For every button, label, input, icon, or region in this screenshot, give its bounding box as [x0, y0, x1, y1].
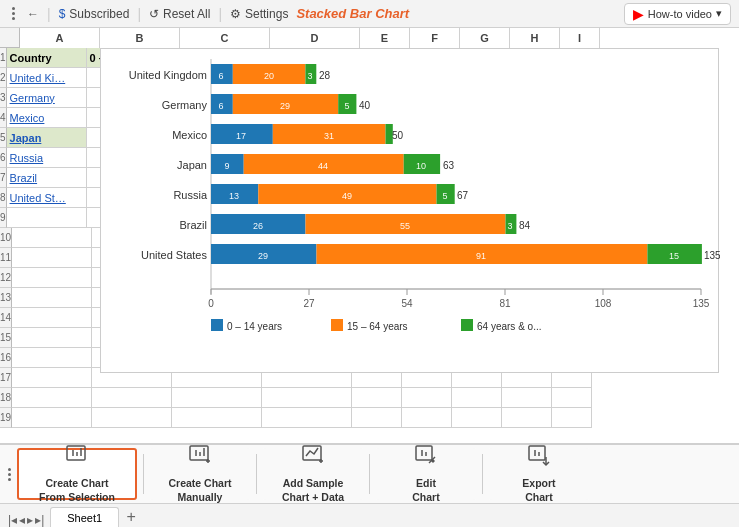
- spreadsheet-layout: A B C D E F G H I 1 Country 0 – 14 years…: [0, 28, 739, 443]
- svg-text:0 – 14 years: 0 – 14 years: [227, 321, 282, 332]
- row-num-19: 19: [0, 408, 12, 428]
- subscribed-label: Subscribed: [69, 7, 129, 21]
- svg-text:55: 55: [400, 221, 410, 231]
- cell-a8[interactable]: United St…: [7, 188, 87, 208]
- svg-text:26: 26: [253, 221, 263, 231]
- cell-a3[interactable]: Germany: [7, 88, 87, 108]
- col-header-d: D: [270, 28, 360, 48]
- sheet-nav-arrows[interactable]: |◂ ◂ ▸ ▸|: [8, 513, 44, 527]
- settings-button[interactable]: ⚙ Settings: [230, 7, 288, 21]
- spreadsheet: ← | $ Subscribed | ↺ Reset All | ⚙ Setti…: [0, 0, 739, 527]
- svg-text:29: 29: [258, 251, 268, 261]
- svg-text:135: 135: [704, 250, 720, 261]
- chart-container: United Kingdom 6 20 3 28 Germany 6 29 5 …: [100, 48, 719, 373]
- svg-text:6: 6: [218, 101, 223, 111]
- bottom-toolbar: Create ChartFrom Selection Create ChartM…: [0, 443, 739, 503]
- row-num-15: 15: [0, 328, 12, 348]
- row-num-16: 16: [0, 348, 12, 368]
- cell-a2[interactable]: United Ki…: [7, 68, 87, 88]
- toolbar-handle[interactable]: [8, 7, 19, 20]
- toolbar-divider-3: [369, 454, 370, 494]
- svg-text:81: 81: [499, 298, 511, 309]
- toolbar-bar: ← | $ Subscribed | ↺ Reset All | ⚙ Setti…: [0, 0, 739, 28]
- svg-text:10: 10: [416, 161, 426, 171]
- add-sample-icon: [301, 443, 325, 473]
- toolbar-divider-2: [256, 454, 257, 494]
- subscribed-icon: $: [59, 7, 66, 21]
- create-manually-label: Create ChartManually: [168, 477, 231, 504]
- edit-chart-icon: [414, 443, 438, 473]
- table-row: 18: [0, 388, 739, 408]
- col-header-c: C: [180, 28, 270, 48]
- reset-all-label: Reset All: [163, 7, 210, 21]
- svg-rect-80: [190, 446, 208, 460]
- create-manually-button[interactable]: Create ChartManually: [150, 448, 250, 500]
- toolbar-side-handle[interactable]: [4, 468, 15, 481]
- svg-rect-70: [211, 319, 223, 331]
- prev-sheet-icon[interactable]: ◂: [19, 513, 25, 527]
- svg-text:0: 0: [208, 298, 214, 309]
- toolbar-divider-4: [482, 454, 483, 494]
- svg-text:54: 54: [401, 298, 413, 309]
- svg-rect-74: [461, 319, 473, 331]
- edit-chart-button[interactable]: EditChart: [376, 448, 476, 500]
- add-sheet-button[interactable]: +: [121, 507, 141, 527]
- col-header-a: A: [20, 28, 100, 48]
- svg-text:6: 6: [218, 71, 223, 81]
- add-sample-button[interactable]: Add SampleChart + Data: [263, 448, 363, 500]
- last-sheet-icon[interactable]: ▸|: [35, 513, 44, 527]
- add-sheet-icon: +: [126, 508, 135, 526]
- stacked-bar-chart: United Kingdom 6 20 3 28 Germany 6 29 5 …: [101, 49, 720, 374]
- create-from-selection-label: Create ChartFrom Selection: [39, 477, 115, 504]
- col-header-h: H: [510, 28, 560, 48]
- back-icon[interactable]: ←: [27, 7, 39, 21]
- svg-rect-89: [416, 446, 432, 460]
- cell-a1[interactable]: Country: [7, 48, 87, 68]
- svg-rect-76: [67, 446, 85, 460]
- cell-a7[interactable]: Brazil: [7, 168, 87, 188]
- cell-a4[interactable]: Mexico: [7, 108, 87, 128]
- svg-text:31: 31: [324, 131, 334, 141]
- export-chart-button[interactable]: ExportChart: [489, 448, 589, 500]
- row-num-12: 12: [0, 268, 12, 288]
- create-from-selection-button[interactable]: Create ChartFrom Selection: [17, 448, 137, 500]
- how-to-video-button[interactable]: ▶ How-to video ▾: [624, 3, 731, 25]
- reset-all-button[interactable]: ↺ Reset All: [149, 7, 210, 21]
- svg-text:Germany: Germany: [162, 99, 208, 111]
- row-num-18: 18: [0, 388, 12, 408]
- svg-text:29: 29: [280, 101, 290, 111]
- col-header-e: E: [360, 28, 410, 48]
- cell-a5[interactable]: Japan: [7, 128, 87, 148]
- row-num-17: 17: [0, 368, 12, 388]
- svg-text:9: 9: [224, 161, 229, 171]
- svg-text:50: 50: [392, 130, 404, 141]
- col-header-i: I: [560, 28, 600, 48]
- export-chart-label: ExportChart: [522, 477, 555, 504]
- row-num-11: 11: [0, 248, 12, 268]
- first-sheet-icon[interactable]: |◂: [8, 513, 17, 527]
- svg-text:28: 28: [319, 70, 331, 81]
- how-to-video-label: How-to video: [648, 8, 712, 20]
- row-num-10: 10: [0, 228, 12, 248]
- sheet-tab-sheet1[interactable]: Sheet1: [50, 507, 119, 527]
- svg-text:67: 67: [457, 190, 469, 201]
- svg-text:Russia: Russia: [173, 189, 208, 201]
- svg-text:Brazil: Brazil: [179, 219, 207, 231]
- next-sheet-icon[interactable]: ▸: [27, 513, 33, 527]
- subscribed-button[interactable]: $ Subscribed: [59, 7, 130, 21]
- create-from-selection-icon: [65, 443, 89, 473]
- create-manually-icon: [188, 443, 212, 473]
- svg-text:United Kingdom: United Kingdom: [129, 69, 207, 81]
- settings-icon: ⚙: [230, 7, 241, 21]
- cell-a6[interactable]: Russia: [7, 148, 87, 168]
- chevron-down-icon: ▾: [716, 7, 722, 20]
- svg-text:49: 49: [342, 191, 352, 201]
- svg-rect-72: [331, 319, 343, 331]
- svg-text:44: 44: [318, 161, 328, 171]
- svg-text:84: 84: [519, 220, 531, 231]
- svg-text:United States: United States: [141, 249, 208, 261]
- svg-text:64 years & o...: 64 years & o...: [477, 321, 541, 332]
- svg-text:3: 3: [307, 71, 312, 81]
- svg-text:Mexico: Mexico: [172, 129, 207, 141]
- svg-text:17: 17: [236, 131, 246, 141]
